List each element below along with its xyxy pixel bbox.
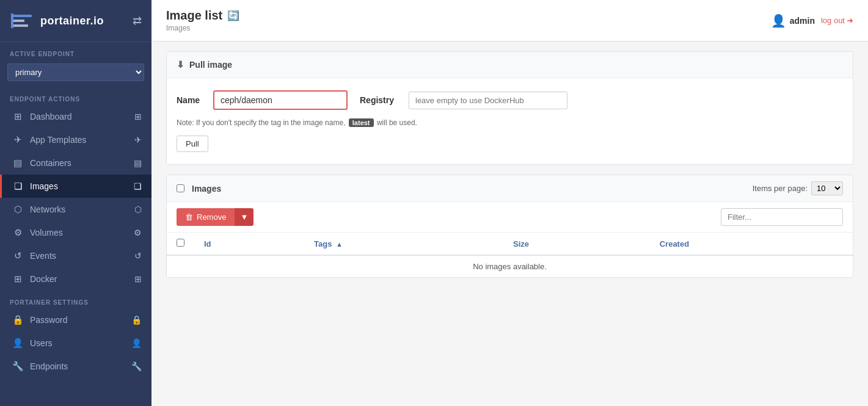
dashboard-icon-right: ⊞ <box>134 112 142 121</box>
tags-sort-icon: ▲ <box>336 241 343 248</box>
pull-button[interactable]: Pull <box>177 136 208 152</box>
header-left: Image list 🔄 Images <box>166 9 239 32</box>
checkbox-col-header <box>167 233 194 255</box>
remove-button-label: Remove <box>197 212 226 222</box>
endpoints-icon: 🔧 <box>12 361 24 372</box>
logout-label: log out <box>821 16 845 25</box>
svg-rect-0 <box>12 15 32 17</box>
sidebar-item-images-label: Images <box>30 181 128 191</box>
sidebar-item-networks-label: Networks <box>30 205 128 214</box>
volumes-icon-right: ⚙ <box>134 228 142 237</box>
logout-link[interactable]: log out ➜ <box>821 16 853 25</box>
pull-image-title: Pull image <box>189 60 232 70</box>
events-icon: ↺ <box>12 250 24 261</box>
portainer-logo-icon <box>10 9 34 33</box>
user-avatar-icon: 👤 <box>771 13 786 28</box>
images-toolbar: 🗑 Remove ▼ <box>167 202 853 233</box>
active-endpoint-label: ACTIVE ENDPOINT <box>0 42 151 60</box>
sidebar-item-events-label: Events <box>30 251 128 261</box>
main-content: Image list 🔄 Images 👤 admin log out ➜ ⬇ … <box>151 0 868 406</box>
sidebar-item-app-templates-label: App Templates <box>30 135 128 145</box>
registry-input[interactable] <box>409 92 567 109</box>
items-per-page-label: Items per page: <box>753 184 808 193</box>
refresh-icon[interactable]: 🔄 <box>227 10 239 21</box>
endpoint-select[interactable]: primary <box>7 63 144 81</box>
caret-down-icon: ▼ <box>240 212 248 222</box>
header-right: 👤 admin log out ➜ <box>771 13 853 28</box>
filter-input[interactable] <box>721 208 843 226</box>
sidebar-item-containers[interactable]: ▤ Containers ▤ <box>0 151 151 175</box>
name-label: Name <box>177 95 201 105</box>
images-icon: ❏ <box>12 181 24 192</box>
app-templates-icon-right: ✈ <box>134 135 142 145</box>
images-panel: Images Items per page: 10 25 50 100 🗑 <box>166 175 853 278</box>
breadcrumb: Images <box>166 24 239 32</box>
portainer-settings-label: PORTAINER SETTINGS <box>0 291 151 308</box>
items-per-page-control: Items per page: 10 25 50 100 <box>753 181 843 195</box>
images-panel-header: Images Items per page: 10 25 50 100 <box>167 175 853 202</box>
sidebar-item-networks[interactable]: ⬡ Networks ⬡ <box>0 198 151 221</box>
templates-icon: ✈ <box>12 134 24 145</box>
action-buttons: 🗑 Remove ▼ <box>177 208 253 226</box>
sidebar-item-app-templates[interactable]: ✈ App Templates ✈ <box>0 128 151 151</box>
pull-form: Name Registry <box>177 90 843 110</box>
col-id[interactable]: Id <box>194 233 304 255</box>
docker-icon: ⊞ <box>12 274 24 285</box>
table-header-row: Id Tags ▲ Size Created <box>167 233 853 255</box>
image-name-input[interactable] <box>213 90 348 110</box>
sidebar-logo-text: portainer.io <box>40 15 104 27</box>
remove-button[interactable]: 🗑 Remove <box>177 208 235 226</box>
user-icon-right: 👤 <box>131 338 142 348</box>
sidebar-item-docker[interactable]: ⊞ Docker ⊞ <box>0 267 151 291</box>
page-title: Image list 🔄 <box>166 9 239 23</box>
user-name: admin <box>790 16 815 26</box>
no-data-row: No images available. <box>167 255 853 277</box>
sidebar-item-password[interactable]: 🔒 Password 🔒 <box>0 308 151 332</box>
images-title-text: Images <box>192 184 221 194</box>
page-title-text: Image list <box>166 9 222 23</box>
sidebar-item-endpoints[interactable]: 🔧 Endpoints 🔧 <box>0 355 151 378</box>
docker-icon-right: ⊞ <box>134 274 142 284</box>
registry-label: Registry <box>360 95 396 105</box>
trash-icon: 🗑 <box>185 212 193 222</box>
items-per-page-select[interactable]: 10 25 50 100 <box>811 181 843 195</box>
containers-icon: ▤ <box>12 158 24 169</box>
sidebar-item-endpoints-label: Endpoints <box>30 361 125 371</box>
col-size[interactable]: Size <box>503 233 650 255</box>
sidebar-item-events[interactable]: ↺ Events ↺ <box>0 244 151 267</box>
pull-image-body: Name Registry Note: If you don't specify… <box>167 78 853 164</box>
sidebar-item-password-label: Password <box>30 315 125 325</box>
images-icon-right: ❏ <box>134 181 142 191</box>
images-table: Id Tags ▲ Size Created <box>167 233 853 277</box>
header-checkbox[interactable] <box>177 239 184 247</box>
remove-caret-button[interactable]: ▼ <box>235 208 253 226</box>
users-icon: 👤 <box>12 338 24 349</box>
sidebar-item-users[interactable]: 👤 Users 👤 <box>0 332 151 355</box>
svg-rect-3 <box>11 13 13 28</box>
password-icon: 🔒 <box>12 314 24 325</box>
volumes-icon: ⚙ <box>12 227 24 238</box>
containers-icon-right: ▤ <box>134 158 142 168</box>
no-images-message: No images available. <box>167 255 853 277</box>
sidebar-item-dashboard-label: Dashboard <box>30 112 128 121</box>
transfer-icon[interactable]: ⇄ <box>133 14 142 27</box>
latest-badge: latest <box>349 118 374 127</box>
pull-note-text: Note: If you don't specify the tag in th… <box>177 118 345 127</box>
col-created[interactable]: Created <box>650 233 853 255</box>
sidebar-logo: portainer.io ⇄ <box>0 0 151 42</box>
col-tags[interactable]: Tags ▲ <box>304 233 503 255</box>
images-panel-title: Images <box>177 184 221 194</box>
pull-note: Note: If you don't specify the tag in th… <box>177 118 843 127</box>
sidebar-item-volumes-label: Volumes <box>30 228 128 237</box>
networks-icon: ⬡ <box>12 204 24 215</box>
user-info: 👤 admin <box>771 13 815 28</box>
svg-rect-1 <box>12 20 24 22</box>
pull-image-panel-header: ⬇ Pull image <box>167 52 853 78</box>
lock-icon-right: 🔒 <box>131 315 142 325</box>
dashboard-icon <box>12 111 24 122</box>
sidebar-item-volumes[interactable]: ⚙ Volumes ⚙ <box>0 221 151 244</box>
sidebar-item-dashboard[interactable]: Dashboard ⊞ <box>0 105 151 128</box>
sidebar-item-images[interactable]: ❏ Images ❏ <box>0 175 151 198</box>
sidebar-item-users-label: Users <box>30 338 125 348</box>
select-all-checkbox[interactable] <box>177 184 184 192</box>
